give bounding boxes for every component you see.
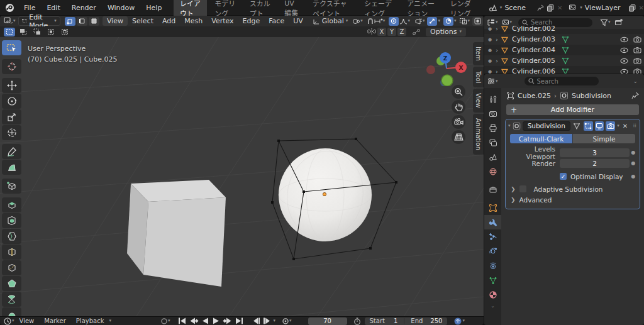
render-levels-field[interactable]: 2 — [560, 159, 630, 168]
frame-step-back-button[interactable] — [250, 317, 262, 325]
advanced-section[interactable]: ❯ Advanced — [506, 194, 640, 205]
step-options-chevron[interactable]: ▾ — [273, 319, 275, 323]
shading-mode-button[interactable] — [472, 17, 483, 26]
mode-dropdown[interactable]: Edit Mode ▾ — [18, 16, 60, 26]
options-dropdown[interactable]: Options▾ — [426, 28, 466, 36]
viewport-canvas[interactable]: User Perspective (70) Cube.025 | Cube.02… — [0, 37, 484, 316]
tool-add-cube[interactable] — [2, 179, 21, 194]
sidebar-tab-item[interactable]: Item — [473, 42, 484, 65]
tabs-overflow-chevron[interactable]: ⌄ — [491, 304, 495, 309]
blender-logo-icon[interactable] — [5, 3, 14, 13]
menu-render[interactable]: Render — [66, 0, 102, 15]
show-on-cage-toggle[interactable] — [572, 121, 582, 131]
tab-modifiers[interactable] — [484, 215, 501, 229]
tool-scale[interactable] — [2, 109, 21, 124]
camera-view-button[interactable] — [452, 115, 465, 129]
hide-eye-icon[interactable] — [620, 58, 628, 64]
tab-physics[interactable] — [484, 244, 501, 258]
render-visibility-icon[interactable] — [633, 57, 641, 64]
show-gizmos-toggle[interactable] — [427, 17, 437, 26]
tab-render[interactable] — [484, 106, 501, 121]
viewport-menu-vertex[interactable]: Vertex — [207, 17, 238, 25]
viewport-menu-select[interactable]: Select — [128, 17, 158, 25]
select-extend-button[interactable] — [18, 28, 29, 36]
scene-selector[interactable]: ▾ Scene ✕ — [489, 4, 562, 12]
proportional-falloff-dropdown[interactable]: ▾ — [399, 18, 410, 25]
tool-loop-cut[interactable] — [2, 245, 21, 260]
play-reverse-button[interactable] — [200, 317, 211, 325]
tool-rotate[interactable] — [2, 94, 21, 109]
tool-select-box[interactable] — [2, 40, 21, 55]
outliner-filter-button[interactable]: ▾ — [600, 19, 611, 26]
playback-sync-button[interactable]: ▾ — [453, 317, 465, 325]
modifier-extras-chevron[interactable]: ▾ — [617, 124, 619, 128]
snap-base-icon[interactable] — [412, 28, 421, 36]
properties-editor-type-button[interactable]: ▾ — [487, 77, 498, 85]
show-in-viewport-toggle[interactable] — [595, 121, 604, 131]
pivot-point-dropdown[interactable]: ▾ — [352, 18, 363, 25]
snap-settings-dropdown[interactable]: ▾ — [374, 18, 386, 25]
properties-search-input[interactable] — [537, 78, 595, 85]
tab-object[interactable] — [484, 201, 501, 215]
viewport-menu-view[interactable]: View — [103, 16, 128, 26]
end-frame-field[interactable]: End250 — [411, 317, 442, 324]
next-keyframe-button[interactable] — [221, 317, 233, 325]
properties-options-chevron[interactable]: ⌄ — [633, 79, 638, 84]
view-object-types-dropdown[interactable]: ▾ — [414, 18, 425, 25]
outliner-row-cylinder-006[interactable]: ●› Cylinder.006 — [484, 66, 644, 74]
viewport-menu-edge[interactable]: Edge — [238, 17, 265, 25]
tool-transform[interactable] — [2, 125, 21, 140]
viewport-menu-uv[interactable]: UV — [289, 17, 308, 25]
tab-view-layer[interactable] — [484, 135, 501, 150]
viewlayer-selector[interactable]: ▾ ViewLayer ✕ — [569, 4, 644, 12]
add-modifier-button[interactable]: + Add Modifier — [506, 104, 639, 115]
animate-dot[interactable]: ● — [630, 160, 637, 166]
tool-measure[interactable] — [2, 160, 21, 175]
current-frame-field[interactable]: 70 — [308, 317, 347, 325]
sidebar-tab-view[interactable]: View — [473, 89, 484, 113]
tool-smooth[interactable] — [2, 307, 21, 316]
tool-move[interactable] — [2, 78, 21, 93]
previous-keyframe-button[interactable] — [188, 317, 200, 325]
viewlayer-copy-icon[interactable] — [628, 4, 636, 12]
overlays-dropdown-chevron[interactable]: ▾ — [454, 19, 457, 23]
select-subtract-button[interactable] — [31, 28, 43, 36]
outliner-row-cylinder-004[interactable]: ●› Cylinder.004 — [484, 45, 644, 55]
tool-extrude-region[interactable] — [2, 197, 21, 212]
scene-copy-icon[interactable] — [547, 4, 555, 12]
adaptive-subdivision-section[interactable]: ❯ Adaptive Subdivision — [506, 184, 640, 194]
toggle-perspective-button[interactable] — [452, 130, 465, 144]
timeline-menu-view[interactable]: View — [14, 317, 40, 324]
tab-collection[interactable] — [484, 182, 501, 197]
new-collection-button[interactable] — [614, 18, 623, 26]
render-visibility-icon[interactable] — [633, 47, 641, 53]
frame-step-forward-button[interactable] — [262, 317, 273, 325]
keying-set-button[interactable]: ▾ — [282, 317, 292, 325]
render-visibility-icon[interactable] — [633, 36, 641, 43]
select-mode-face-button[interactable] — [89, 17, 99, 26]
sidebar-tab-animation[interactable]: Animation — [473, 114, 484, 155]
tool-cursor[interactable] — [2, 59, 21, 74]
viewport-menu-face[interactable]: Face — [264, 17, 289, 25]
viewport-editor-type-button[interactable]: ▾ — [0, 17, 16, 25]
optimal-display-checkbox[interactable]: ✓ — [560, 173, 567, 180]
show-in-editmode-toggle[interactable] — [584, 121, 593, 131]
gizmo-axis-negx-ball[interactable] — [426, 65, 435, 74]
tab-scene[interactable] — [484, 150, 501, 164]
levels-viewport-field[interactable]: 3 — [560, 148, 630, 157]
tool-knife[interactable] — [2, 260, 21, 275]
sidebar-tab-tool[interactable]: Tool — [473, 67, 484, 87]
viewport-menu-mesh[interactable]: Mesh — [180, 17, 207, 25]
outliner-row-cylinder-005[interactable]: ●› Cylinder.005 — [484, 55, 644, 66]
tool-spin[interactable] — [2, 292, 21, 307]
modifier-drag-handle[interactable]: ⠿ — [633, 123, 637, 129]
gizmo-axis-negy-ball[interactable] — [441, 75, 453, 86]
zoom-button[interactable] — [452, 85, 465, 99]
frame-range-fields[interactable]: Start1 End250 — [365, 317, 448, 325]
tab-particles[interactable] — [484, 229, 501, 244]
adaptive-subdivision-checkbox[interactable] — [519, 185, 526, 192]
cube-object[interactable] — [127, 180, 226, 287]
select-mode-vertex-button[interactable] — [65, 17, 75, 26]
select-intersect-button[interactable] — [59, 28, 70, 36]
tab-material[interactable] — [484, 287, 501, 302]
